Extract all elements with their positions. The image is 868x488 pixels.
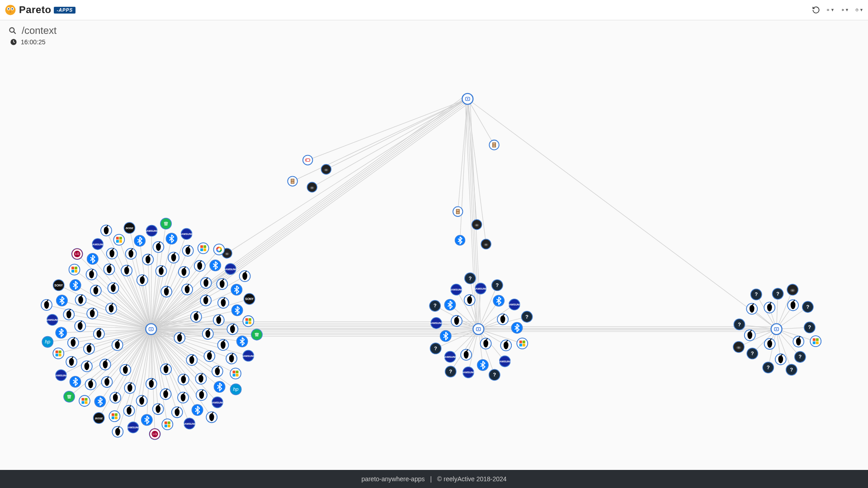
speaker-node-icon[interactable]	[321, 164, 331, 174]
bluetooth-node-icon[interactable]	[57, 295, 67, 306]
bluetooth-node-icon[interactable]	[192, 404, 203, 415]
apple-node-icon[interactable]	[90, 285, 101, 296]
apple-node-icon[interactable]	[168, 252, 179, 263]
microsoft-node-icon[interactable]	[69, 264, 80, 275]
apple-node-icon[interactable]	[178, 392, 189, 403]
unknown-node-icon[interactable]: ?	[804, 322, 815, 333]
apple-node-icon[interactable]	[788, 300, 798, 311]
apple-node-icon[interactable]	[213, 314, 224, 325]
unknown-node-icon[interactable]: ?	[430, 343, 441, 354]
apple-node-icon[interactable]	[104, 264, 114, 275]
samsung-node-icon[interactable]: SAMSUNG	[508, 299, 522, 310]
samsung-node-icon[interactable]: SAMSUNG	[91, 239, 105, 249]
apple-node-icon[interactable]	[745, 330, 755, 341]
apple-node-icon[interactable]	[161, 286, 172, 297]
apple-node-icon[interactable]	[182, 284, 193, 295]
apple-node-icon[interactable]	[195, 373, 206, 384]
apple-node-icon[interactable]	[218, 297, 229, 308]
samsung-node-icon[interactable]: SAMSUNG	[126, 422, 140, 433]
settings-icon[interactable]: ▼	[826, 6, 835, 14]
apple-node-icon[interactable]	[183, 245, 193, 256]
apple-node-icon[interactable]	[217, 339, 228, 350]
apple-node-icon[interactable]	[160, 364, 171, 375]
samsung-node-icon[interactable]: SAMSUNG	[54, 370, 68, 380]
unknown-node-icon[interactable]: ?	[429, 300, 440, 311]
unknown-node-icon[interactable]: ?	[522, 311, 533, 322]
apple-node-icon[interactable]	[153, 404, 164, 414]
apple-node-icon[interactable]	[75, 295, 86, 305]
context-path[interactable]: /context	[22, 25, 57, 37]
apple-node-icon[interactable]	[63, 309, 74, 320]
apple-node-icon[interactable]	[196, 389, 207, 400]
theme-icon[interactable]: ▼	[841, 6, 849, 14]
samsung-node-icon[interactable]: SAMSUNG	[498, 356, 512, 367]
gateway-node-icon[interactable]	[771, 324, 782, 334]
search-icon[interactable]	[8, 26, 17, 35]
brand[interactable]: Pareto -APPS	[5, 4, 75, 16]
tag-node-icon[interactable]	[303, 155, 313, 165]
samsung-node-icon[interactable]: SAMSUNG	[241, 350, 255, 361]
apple-node-icon[interactable]	[153, 242, 164, 253]
apple-node-icon[interactable]	[156, 266, 166, 277]
apple-node-icon[interactable]	[112, 340, 123, 351]
speaker-node-icon[interactable]	[787, 284, 798, 295]
lg-node-icon[interactable]: LG	[72, 249, 83, 259]
bluetooth-node-icon[interactable]	[134, 235, 145, 246]
sony-node-icon[interactable]: SONY	[53, 280, 64, 291]
unknown-node-icon[interactable]: ?	[492, 280, 503, 291]
samsung-node-icon[interactable]: SAMSUNG	[145, 225, 159, 236]
speaker-node-icon[interactable]	[307, 182, 317, 192]
apple-node-icon[interactable]	[66, 357, 77, 367]
samsung-node-icon[interactable]: SAMSUNG	[462, 367, 476, 378]
apple-node-icon[interactable]	[75, 321, 85, 332]
bluetooth-node-icon[interactable]	[142, 414, 152, 425]
apple-node-icon[interactable]	[120, 365, 131, 375]
microsoft-node-icon[interactable]	[230, 368, 241, 379]
apple-node-icon[interactable]	[84, 343, 94, 354]
apple-node-icon[interactable]	[186, 355, 197, 366]
bluetooth-node-icon[interactable]	[493, 296, 504, 306]
refresh-icon[interactable]	[812, 6, 820, 14]
lg-node-icon[interactable]: LG	[150, 429, 160, 440]
apple-node-icon[interactable]	[137, 395, 147, 406]
unknown-node-icon[interactable]: ?	[489, 370, 500, 380]
unknown-node-icon[interactable]: ?	[795, 352, 806, 362]
unknown-node-icon[interactable]: ?	[465, 273, 476, 284]
help-icon[interactable]: ▼	[855, 6, 863, 14]
microsoft-node-icon[interactable]	[109, 411, 120, 422]
apple-node-icon[interactable]	[41, 300, 52, 310]
unknown-node-icon[interactable]: ?	[751, 289, 762, 300]
hp-node-icon[interactable]: hp	[42, 337, 53, 347]
microsoft-node-icon[interactable]	[113, 235, 124, 245]
hp-node-icon[interactable]: hp	[231, 384, 241, 395]
apple-node-icon[interactable]	[85, 379, 96, 390]
samsung-node-icon[interactable]: SAMSUNG	[179, 229, 193, 239]
speaker-node-icon[interactable]	[733, 342, 744, 352]
apple-node-icon[interactable]	[217, 279, 227, 290]
apple-node-icon[interactable]	[746, 303, 757, 314]
bluetooth-node-icon[interactable]	[87, 253, 98, 264]
building-node-icon[interactable]	[489, 140, 499, 150]
bose-node-icon[interactable]: BOSE	[94, 413, 104, 423]
apple-node-icon[interactable]	[106, 303, 117, 314]
apple-node-icon[interactable]	[775, 354, 786, 365]
apple-node-icon[interactable]	[179, 267, 189, 277]
samsung-node-icon[interactable]: SAMSUNG	[211, 397, 225, 408]
bluetooth-node-icon[interactable]	[445, 300, 456, 310]
apple-node-icon[interactable]	[500, 340, 511, 351]
apple-node-icon[interactable]	[172, 407, 183, 418]
apple-node-icon[interactable]	[146, 378, 157, 389]
microsoft-node-icon[interactable]	[243, 316, 254, 327]
apple-node-icon[interactable]	[68, 338, 79, 348]
microsoft-node-icon[interactable]	[810, 336, 821, 347]
apple-node-icon[interactable]	[107, 248, 118, 259]
apple-node-icon[interactable]	[142, 254, 153, 265]
spotify-node-icon[interactable]	[251, 329, 262, 340]
samsung-node-icon[interactable]: SAMSUNG	[46, 314, 60, 325]
bluetooth-node-icon[interactable]	[440, 331, 451, 342]
samsung-node-icon[interactable]: SAMSUNG	[449, 284, 463, 295]
apple-node-icon[interactable]	[137, 275, 148, 286]
microsoft-node-icon[interactable]	[79, 395, 90, 406]
apple-node-icon[interactable]	[497, 314, 508, 325]
bluetooth-node-icon[interactable]	[455, 235, 465, 245]
